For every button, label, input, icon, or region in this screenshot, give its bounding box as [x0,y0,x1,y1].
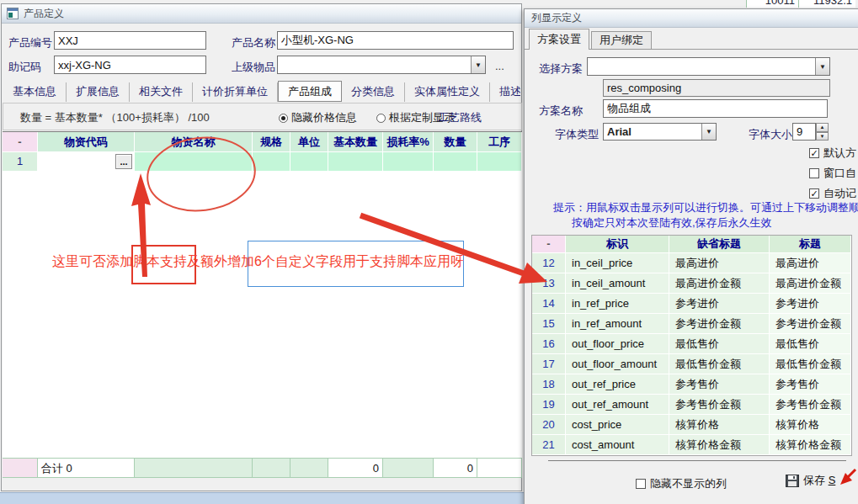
loss-rate-cell[interactable] [383,152,434,172]
tab-user-binding[interactable]: 用户绑定 [591,31,652,49]
column-def-row[interactable]: 19out_ref_amount参考售价金额参考售价金额 [532,395,851,415]
tab-实体属性定义[interactable]: 实体属性定义 [405,82,490,102]
chevron-down-icon[interactable]: ▼ [701,124,716,140]
column-def-row[interactable]: 17out_floor_amount最低售价金额最低售价金额 [532,354,851,374]
column-def-row[interactable]: 15in_ref_amount参考进价金额参考进价金额 [532,314,851,334]
select-scheme-combobox[interactable]: ▼ [587,57,830,76]
tab-scheme-settings[interactable]: 方案设置 [529,29,589,50]
background-cell-value: 11932.1 [798,0,855,8]
material-name-cell[interactable] [135,152,253,172]
product-code-input[interactable] [54,31,206,50]
total-row: 合计 0 0 0 [3,458,522,478]
option-checkbox-row[interactable]: ✓自动记 [809,187,858,200]
product-name-label: 产品名称 [232,35,275,50]
column-definition-header: - 标识 缺省标题 标题 [532,236,851,253]
checkbox-label: 窗口自 [823,166,856,181]
column-header: - [3,132,38,152]
save-button[interactable]: 保存 S [786,473,835,488]
column-header: 基本数量 [328,132,383,152]
annotation-note-text: 这里可否添加脚本支持及额外增加6个自定义字段用于支持脚本应用呀 [52,253,464,271]
product-name-input[interactable] [277,31,514,50]
column-display-definition-window: 列显示定义 方案设置 用户绑定 选择方案 ▼ res_composing 方案名… [524,8,858,504]
hint-line-2: 按确定只对本次登陆有效,保存后永久生效 [572,215,772,231]
font-size-label: 字体大小 [749,127,792,142]
scheme-name-label: 方案名称 [539,103,583,119]
font-size-input[interactable] [792,123,816,141]
parent-item-label: 上级物品 [232,60,275,75]
checkbox[interactable]: ✓ [809,188,819,199]
spec-cell[interactable] [253,152,290,172]
spin-down-icon[interactable]: ▼ [816,132,829,141]
total-label: 合计 0 [38,458,135,478]
product-tabs: 基本信息扩展信息相关文件计价折算单位产品组成分类信息实体属性定义描述信息订 [3,80,520,102]
tab-分类信息[interactable]: 分类信息 [342,82,405,102]
product-definition-titlebar[interactable]: 产品定义 [2,4,521,24]
material-picker-button[interactable]: ... [115,154,132,169]
column-header: 单位 [290,132,328,152]
checkbox[interactable] [809,168,819,178]
column-header: 物资代码 [38,132,135,152]
radio-hide-price-label: 隐藏价格信息 [291,110,357,125]
parent-item-value [278,56,471,73]
option-checkbox-row[interactable]: 窗口自 [809,167,858,180]
font-size-stepper[interactable]: ▲ ▼ [816,123,829,141]
process-cell[interactable] [477,152,522,172]
qty-cell[interactable] [434,152,477,172]
formula-panel: 数量 = 基本数量* （100+损耗率） /100 隐藏价格信息 根据定制显示 … [3,103,522,130]
composition-table-header: -物资代码物资名称规格单位基本数量损耗率%数量工序 [3,132,522,152]
tab-计价折算单位[interactable]: 计价折算单位 [193,82,278,102]
tab-扩展信息[interactable]: 扩展信息 [67,82,130,102]
composition-table: -物资代码物资名称规格单位基本数量损耗率%数量工序 1 ... 合计 0 [3,131,522,478]
mnemonic-label: 助记码 [8,60,41,75]
font-type-label: 字体类型 [555,127,599,142]
column-header: 损耗率% [383,132,434,152]
divider [548,460,846,461]
spin-up-icon[interactable]: ▲ [816,123,829,132]
radio-selected-icon [279,114,288,123]
base-qty-cell[interactable] [328,152,383,172]
column-header: 规格 [253,132,290,152]
column-def-row[interactable]: 18out_ref_price参考售价参考售价 [532,374,851,395]
scheme-id-field: res_composing [603,79,830,97]
column-def-row[interactable]: 12in_ceil_price最高进价最高进价 [532,253,851,273]
hint-line-1: 提示：用鼠标双击显示列可以进行切换。可通过上下移动调整顺序(C [553,200,858,215]
column-def-row[interactable]: 14in_ref_price参考进价参考进价 [532,294,851,314]
column-header: 工序 [477,132,522,152]
tab-描述信息[interactable]: 描述信息 [490,82,520,102]
tab-基本信息[interactable]: 基本信息 [3,82,67,102]
parent-item-combobox[interactable]: ▼ [277,56,486,74]
radio-hide-price[interactable]: 隐藏价格信息 [279,110,357,125]
tab-产品组成[interactable]: 产品组成 [278,81,342,102]
select-scheme-label: 选择方案 [539,61,583,77]
chevron-down-icon[interactable]: ▼ [471,56,485,73]
background-cell-value: 10011 [746,0,798,8]
font-type-combobox[interactable]: Arial ▼ [603,123,717,141]
column-definition-table: - 标识 缺省标题 标题 12in_ceil_price最高进价最高进价13in… [531,235,852,456]
scheme-name-input[interactable] [603,99,828,118]
quantity-formula-label: 数量 = 基本数量* （100+损耗率） /100 [20,110,210,125]
parent-item-more-button[interactable]: ... [495,60,504,72]
hide-columns-label: 隐藏不显示的列 [650,476,727,491]
radio-unselected-icon [376,114,386,123]
material-code-cell[interactable]: ... [38,152,135,172]
composition-row-1[interactable]: 1 ... [3,152,522,172]
column-def-row[interactable]: 13in_ceil_amount最高进价金额最高进价金额 [532,273,851,294]
column-def-row[interactable]: 16out_floor_price最低售价最低售价 [532,334,851,354]
checkbox[interactable]: ✓ [809,148,819,158]
column-display-titlebar[interactable]: 列显示定义 [525,9,858,28]
column-header: 数量 [434,132,477,152]
unit-cell[interactable] [290,152,328,172]
column-definition-body: 12in_ceil_price最高进价最高进价13in_ceil_amount最… [532,253,851,455]
mnemonic-input[interactable] [54,56,206,74]
row-number: 1 [3,152,38,172]
column-def-row[interactable]: 20cost_price核算价格核算价格 [532,415,851,435]
hide-columns-option[interactable]: 隐藏不显示的列 [636,476,727,491]
composition-table-body [3,172,522,458]
screen: 10011 11932.1 产品定义 产品编号 产品名称 助记码 上级物品 ▼ … [0,0,858,504]
tab-相关文件[interactable]: 相关文件 [130,82,193,102]
checkbox-label: 默认方 [823,146,856,161]
checkbox[interactable] [636,479,646,489]
column-def-row[interactable]: 21cost_amount核算价格金额核算价格金额 [532,435,851,455]
option-checkbox-row[interactable]: ✓默认方 [809,146,858,160]
chevron-down-icon[interactable]: ▼ [815,58,829,75]
